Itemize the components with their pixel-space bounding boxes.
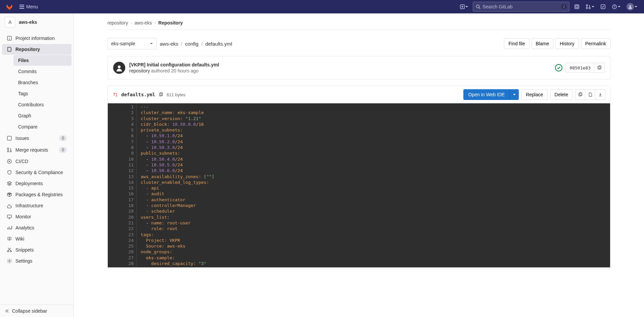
svg-point-19 — [10, 251, 11, 252]
project-header[interactable]: A aws-eks — [0, 13, 74, 31]
breadcrumb-project[interactable]: aws-eks — [135, 20, 152, 25]
pipeline-status-icon[interactable] — [555, 64, 562, 71]
branch-selector[interactable]: eks-sample — [107, 38, 156, 49]
chevron-down-icon — [592, 6, 594, 9]
breadcrumb-root[interactable]: repository — [107, 20, 128, 25]
search-box[interactable]: / — [473, 2, 569, 12]
copy-path-button[interactable] — [158, 92, 163, 97]
search-input[interactable] — [482, 4, 561, 9]
open-web-ide-dropdown[interactable] — [509, 89, 519, 100]
todos-link[interactable] — [599, 3, 607, 11]
issues-count-badge: 0 — [59, 135, 67, 141]
help-link[interactable]: ? — [610, 3, 622, 11]
navbar: Menu / ? — [0, 0, 644, 13]
commit-sha: 08501e83 — [566, 63, 605, 73]
copy-contents-button[interactable] — [575, 89, 585, 100]
sidebar-sub-branches[interactable]: Branches — [13, 77, 72, 88]
breadcrumb-current: Repository — [158, 20, 183, 25]
sidebar-item-repository[interactable]: Repository — [2, 44, 72, 55]
project-name: aws-eks — [19, 19, 37, 25]
sidebar-sub-files[interactable]: Files — [13, 55, 72, 66]
nav-menu-label: Menu — [26, 4, 38, 9]
mr-count-badge: 0 — [59, 147, 67, 153]
sidebar-item-merge-requests[interactable]: Merge requests 0 — [2, 144, 72, 156]
project-avatar: A — [5, 17, 15, 28]
sidebar-item-analytics[interactable]: Analytics — [2, 222, 72, 233]
last-commit: [VKPR] Initial configuration defaults.ym… — [107, 56, 610, 80]
chevron-down-icon — [618, 6, 620, 9]
blame-button[interactable]: Blame — [532, 38, 554, 49]
chevrons-left-icon — [5, 309, 9, 313]
svg-point-20 — [9, 260, 10, 262]
avatar-icon — [627, 3, 634, 10]
sidebar-item-deployments[interactable]: Deployments — [2, 178, 72, 189]
chevron-down-icon — [635, 6, 637, 9]
copy-sha-button[interactable] — [594, 63, 604, 72]
replace-button[interactable]: Replace — [521, 89, 547, 100]
sidebar-item-project-info[interactable]: Project information — [2, 33, 72, 44]
find-file-button[interactable]: Find file — [504, 38, 529, 49]
main-content: repository › aws-eks › Repository eks-sa… — [74, 13, 644, 317]
raw-button[interactable] — [585, 89, 595, 100]
merge-requests-link[interactable] — [584, 3, 596, 11]
svg-point-4 — [586, 5, 588, 6]
history-button[interactable]: History — [555, 38, 579, 49]
create-new-button[interactable] — [459, 3, 469, 10]
file-size: 611 bytes — [167, 92, 185, 97]
svg-rect-17 — [7, 215, 11, 218]
collapse-sidebar[interactable]: Collapse sidebar — [0, 305, 74, 317]
sidebar-sub-contributors[interactable]: Contributors — [13, 99, 72, 110]
svg-point-5 — [586, 7, 588, 9]
delete-button[interactable]: Delete — [550, 89, 572, 100]
user-menu[interactable] — [625, 2, 639, 12]
svg-point-10 — [629, 5, 631, 7]
search-icon — [476, 4, 480, 9]
sidebar-item-snippets[interactable]: Snippets — [2, 245, 72, 255]
commit-author-avatar[interactable] — [113, 62, 125, 74]
sidebar: A aws-eks Project information Repository… — [0, 13, 74, 317]
svg-rect-3 — [576, 6, 578, 8]
sidebar-sub-commits[interactable]: Commits — [13, 66, 72, 77]
nav-menu-button[interactable]: Menu — [17, 3, 40, 11]
sidebar-item-monitor[interactable]: Monitor — [2, 211, 72, 222]
sidebar-item-packages[interactable]: Packages & Registries — [2, 189, 72, 200]
commit-time: 20 hours ago — [171, 68, 199, 73]
file-name: defaults.yml — [121, 92, 155, 97]
commit-title[interactable]: [VKPR] Initial configuration defaults.ym… — [129, 62, 219, 67]
search-kbd: / — [561, 4, 566, 9]
sidebar-item-issues[interactable]: Issues 0 — [2, 133, 72, 144]
issues-link[interactable] — [573, 3, 581, 11]
code-viewer: 1234567891011121314151617181920212223242… — [107, 103, 610, 268]
chevron-down-icon — [465, 6, 468, 9]
download-button[interactable] — [595, 89, 605, 100]
sidebar-sub-tags[interactable]: Tags — [13, 88, 72, 99]
sidebar-item-settings[interactable]: Settings — [2, 256, 72, 266]
breadcrumb: repository › aws-eks › Repository — [107, 20, 610, 30]
code-content: --- cluster_name: eks-sample cluster_ver… — [137, 103, 214, 267]
svg-point-13 — [7, 148, 9, 149]
sidebar-sub-graph[interactable]: Graph — [13, 110, 72, 121]
svg-point-18 — [7, 251, 9, 252]
hamburger-icon — [19, 5, 24, 9]
file-path: aws-eks/ config/ defaults.yml — [160, 41, 232, 47]
open-web-ide-button[interactable]: Open in Web IDE — [463, 89, 509, 100]
svg-text:?: ? — [613, 5, 615, 8]
svg-rect-12 — [7, 136, 11, 140]
sidebar-item-wiki[interactable]: Wiki — [2, 233, 72, 244]
svg-point-1 — [476, 5, 479, 8]
svg-point-21 — [118, 65, 121, 68]
permalink-button[interactable]: Permalink — [581, 38, 610, 49]
gitlab-logo[interactable] — [5, 3, 13, 11]
sidebar-item-security[interactable]: Security & Compliance — [2, 167, 72, 178]
svg-point-15 — [10, 151, 11, 152]
file-header: defaults.yml 611 bytes Open in Web IDE R… — [107, 86, 610, 103]
sidebar-item-infrastructure[interactable]: Infrastructure — [2, 200, 72, 211]
svg-point-6 — [589, 7, 590, 9]
yaml-icon — [112, 92, 118, 97]
svg-rect-2 — [575, 5, 579, 9]
commit-author[interactable]: repository — [129, 68, 150, 73]
chevron-down-icon — [150, 43, 153, 46]
sidebar-item-cicd[interactable]: CI/CD — [2, 156, 72, 167]
sidebar-sub-compare[interactable]: Compare — [13, 121, 72, 132]
svg-point-14 — [7, 151, 9, 152]
